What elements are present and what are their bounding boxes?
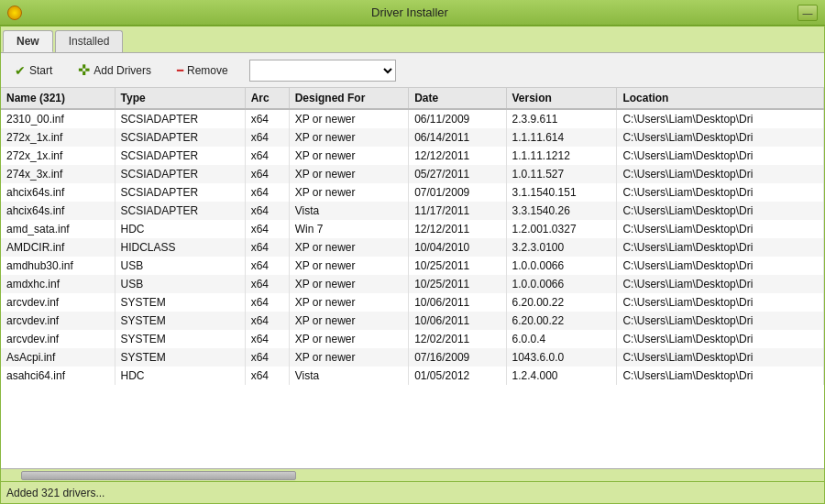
cell-date: 11/17/2011 (409, 202, 506, 220)
table-row[interactable]: arcvdev.infSYSTEMx64XP or newer10/06/201… (1, 312, 824, 330)
cell-version: 2.3.9.611 (506, 109, 617, 128)
col-location[interactable]: Location (617, 88, 824, 109)
cell-date: 06/14/2011 (409, 128, 506, 147)
scroll-thumb[interactable] (21, 471, 296, 480)
main-window: New Installed ✔ Start ✜ Add Drivers ━ Re… (0, 26, 825, 504)
cell-version: 1.1.11.614 (506, 128, 617, 147)
tab-installed[interactable]: Installed (55, 30, 124, 52)
table-row[interactable]: 274x_3x.infSCSIADAPTERx64XP or newer05/2… (1, 165, 824, 183)
cell-designedFor: XP or newer (289, 330, 409, 348)
cell-arc: x64 (245, 238, 289, 257)
table-row[interactable]: amdhub30.infUSBx64XP or newer10/25/20111… (1, 257, 824, 275)
col-type[interactable]: Type (115, 88, 245, 109)
table-row[interactable]: AMDCIR.infHIDCLASSx64XP or newer10/04/20… (1, 238, 824, 257)
cell-version: 6.20.00.22 (506, 312, 617, 330)
cell-date: 07/16/2009 (409, 348, 506, 367)
cell-location: C:\Users\Liam\Desktop\Dri (617, 128, 824, 147)
driver-dropdown[interactable] (249, 60, 396, 82)
cell-type: HDC (115, 367, 245, 385)
cell-type: SYSTEM (115, 348, 245, 367)
cell-date: 12/12/2011 (409, 220, 506, 238)
cell-arc: x64 (245, 312, 289, 330)
cell-designedFor: XP or newer (289, 257, 409, 275)
cell-type: SCSIADAPTER (115, 202, 245, 220)
cell-name: ahcix64s.inf (1, 183, 115, 202)
table-row[interactable]: 272x_1x.infSCSIADAPTERx64XP or newer06/1… (1, 128, 824, 147)
table-row[interactable]: AsAcpi.infSYSTEMx64XP or newer07/16/2009… (1, 348, 824, 367)
remove-button[interactable]: ━ Remove (169, 60, 236, 81)
cell-type: SYSTEM (115, 330, 245, 348)
cell-version: 1.0.0.0066 (506, 275, 617, 293)
cell-location: C:\Users\Liam\Desktop\Dri (617, 367, 824, 385)
cell-location: C:\Users\Liam\Desktop\Dri (617, 312, 824, 330)
cell-designedFor: Win 7 (289, 220, 409, 238)
cell-location: C:\Users\Liam\Desktop\Dri (617, 147, 824, 165)
cell-name: 272x_1x.inf (1, 147, 115, 165)
col-version[interactable]: Version (506, 88, 617, 109)
cell-version: 1.2.001.0327 (506, 220, 617, 238)
cell-arc: x64 (245, 128, 289, 147)
table-body: 2310_00.infSCSIADAPTERx64XP or newer06/1… (1, 109, 824, 385)
cell-arc: x64 (245, 367, 289, 385)
horizontal-scrollbar[interactable] (1, 468, 824, 481)
cell-version: 3.2.3.0100 (506, 238, 617, 257)
cell-date: 10/06/2011 (409, 293, 506, 312)
cell-date: 10/04/2010 (409, 238, 506, 257)
cell-name: amdxhc.inf (1, 275, 115, 293)
table-row[interactable]: 2310_00.infSCSIADAPTERx64XP or newer06/1… (1, 109, 824, 128)
driver-select[interactable] (249, 60, 396, 82)
cell-arc: x64 (245, 220, 289, 238)
cell-arc: x64 (245, 330, 289, 348)
table-row[interactable]: amdxhc.infUSBx64XP or newer10/25/20111.0… (1, 275, 824, 293)
cell-location: C:\Users\Liam\Desktop\Dri (617, 183, 824, 202)
cell-arc: x64 (245, 109, 289, 128)
cell-arc: x64 (245, 165, 289, 183)
cell-version: 1.0.11.527 (506, 165, 617, 183)
cell-arc: x64 (245, 183, 289, 202)
cell-name: AsAcpi.inf (1, 348, 115, 367)
cell-name: amdhub30.inf (1, 257, 115, 275)
cell-arc: x64 (245, 147, 289, 165)
table-row[interactable]: ahcix64s.infSCSIADAPTERx64Vista11/17/201… (1, 202, 824, 220)
title-bar: Driver Installer — (0, 0, 825, 26)
status-text: Added 321 drivers... (6, 487, 104, 499)
col-name[interactable]: Name (321) (1, 88, 115, 109)
start-button[interactable]: ✔ Start (6, 60, 60, 82)
drivers-table-container[interactable]: Name (321) Type Arc Designed For Date Ve… (1, 88, 824, 468)
cell-date: 06/11/2009 (409, 109, 506, 128)
cell-designedFor: XP or newer (289, 165, 409, 183)
table-row[interactable]: amd_sata.infHDCx64Win 712/12/20111.2.001… (1, 220, 824, 238)
table-row[interactable]: ahcix64s.infSCSIADAPTERx64XP or newer07/… (1, 183, 824, 202)
tab-new[interactable]: New (3, 30, 53, 52)
cell-location: C:\Users\Liam\Desktop\Dri (617, 293, 824, 312)
cell-date: 10/06/2011 (409, 312, 506, 330)
cell-date: 10/25/2011 (409, 257, 506, 275)
cell-designedFor: XP or newer (289, 238, 409, 257)
minimize-button[interactable]: — (798, 5, 818, 21)
cell-name: 272x_1x.inf (1, 128, 115, 147)
cell-designedFor: XP or newer (289, 109, 409, 128)
table-row[interactable]: 272x_1x.infSCSIADAPTERx64XP or newer12/1… (1, 147, 824, 165)
window-controls[interactable]: — (798, 5, 818, 21)
col-designed-for[interactable]: Designed For (289, 88, 409, 109)
add-drivers-label: Add Drivers (94, 64, 151, 77)
add-icon: ✜ (78, 61, 90, 79)
cell-location: C:\Users\Liam\Desktop\Dri (617, 275, 824, 293)
tab-bar: New Installed (1, 27, 824, 53)
cell-version: 3.1.1540.151 (506, 183, 617, 202)
table-row[interactable]: arcvdev.infSYSTEMx64XP or newer12/02/201… (1, 330, 824, 348)
table-row[interactable]: asahci64.infHDCx64Vista01/05/20121.2.4.0… (1, 367, 824, 385)
col-date[interactable]: Date (409, 88, 506, 109)
add-drivers-button[interactable]: ✜ Add Drivers (70, 58, 160, 82)
remove-label: Remove (187, 64, 228, 77)
cell-type: SCSIADAPTER (115, 165, 245, 183)
cell-name: arcvdev.inf (1, 312, 115, 330)
cell-date: 10/25/2011 (409, 275, 506, 293)
table-row[interactable]: arcvdev.infSYSTEMx64XP or newer10/06/201… (1, 293, 824, 312)
col-arc[interactable]: Arc (245, 88, 289, 109)
cell-version: 1.0.0.0066 (506, 257, 617, 275)
window-title: Driver Installer (22, 5, 798, 19)
cell-location: C:\Users\Liam\Desktop\Dri (617, 257, 824, 275)
cell-version: 1043.6.0.0 (506, 348, 617, 367)
cell-date: 12/12/2011 (409, 147, 506, 165)
